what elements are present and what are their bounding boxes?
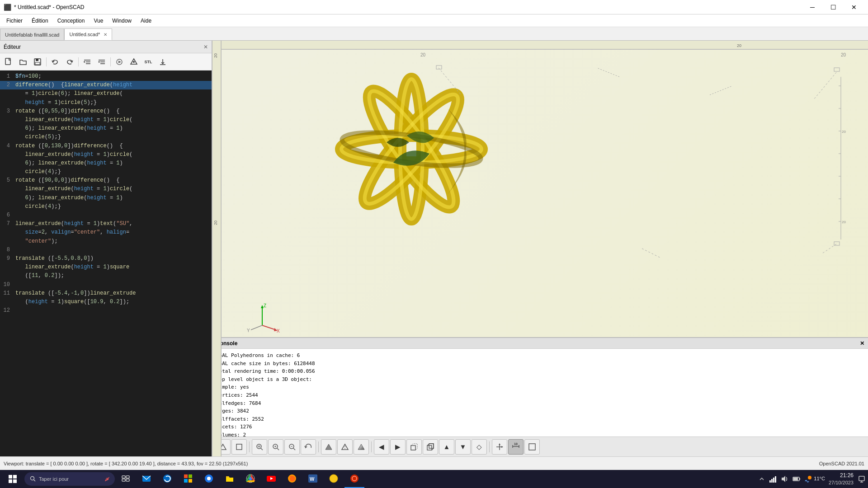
taskbar-youtube[interactable] [261,470,281,488]
vp-front-button[interactable]: ◀ [374,439,389,455]
svg-line-41 [814,72,836,99]
taskbar-word[interactable]: W [303,470,323,488]
taskbar-email[interactable] [137,470,156,488]
menu-aide[interactable]: Aide [136,16,156,26]
axis-indicator: Z X Y [244,298,280,334]
code-line-8: 8 [0,246,212,254]
vp-zoom-all-button[interactable] [252,439,267,455]
code-line-3c: 6); linear_extrude(height = 1) [0,124,212,133]
code-line-7b: size=2, valign="center", halign= [0,228,212,237]
vp-left-button[interactable] [406,439,422,455]
svg-rect-94 [126,476,129,478]
vp-reset-button[interactable] [301,439,316,455]
code-line-6: 6 [0,211,212,220]
menu-edition[interactable]: Édition [27,16,53,26]
up-chevron-icon[interactable] [758,475,765,483]
undo-button[interactable] [48,56,62,68]
svg-point-13 [133,61,135,63]
code-line-5: 5 rotate ([90,0,0])difference() { [0,176,212,185]
svg-line-42 [597,68,619,77]
taskbar-search-label: Taper ici pour [39,476,69,482]
ruler-horizontal: 20 20 [212,41,868,50]
vp-right-button[interactable] [423,439,438,455]
code-line-2: 2 difference() {linear_extrude(height [0,81,212,89]
vp-bottom-button[interactable]: ▼ [455,439,471,455]
vp-top-button[interactable]: ▲ [439,439,454,455]
svg-point-104 [207,477,211,480]
vp-diagonal-button[interactable]: ◇ [472,439,487,455]
svg-rect-93 [122,476,125,478]
maximize-button[interactable]: ☐ [823,0,844,14]
svg-line-45 [823,244,836,253]
indent-less-button[interactable] [80,56,94,68]
svg-rect-102 [189,479,192,483]
new-button[interactable] [2,56,15,68]
export-button[interactable] [156,56,170,68]
svg-point-113 [330,474,338,483]
svg-line-70 [293,448,295,450]
taskbar-store[interactable] [178,470,198,488]
tab-2-close[interactable]: ✕ [104,32,107,37]
vp-wireframe-button[interactable] [337,439,353,455]
console-line-5: Simple: yes [216,383,864,391]
code-editor[interactable]: 1 $fn=100; 2 difference() {linear_extrud… [0,70,212,456]
svg-rect-116 [769,480,771,483]
svg-rect-47 [834,68,840,71]
taskbar-edge[interactable] [157,470,177,488]
vp-zoom-in-button[interactable] [268,439,283,455]
console-line-9: Halffacets: 2552 [216,415,864,423]
taskbar-firefox[interactable] [282,470,302,488]
tab-2[interactable]: Untitled.scad* ✕ [64,28,112,40]
svg-rect-0 [5,58,10,65]
code-line-10: 10 [0,281,212,289]
vp-crosshair-button[interactable] [524,439,540,455]
svg-rect-117 [771,479,773,483]
taskbar-files[interactable] [220,470,240,488]
svg-line-36 [251,325,262,330]
preview-button[interactable] [113,56,126,68]
console-content: CGAL Polyhedrons in cache: 6 CGAL cache … [212,349,868,436]
minimize-button[interactable]: ─ [802,0,823,14]
console-close-icon[interactable]: ✕ [860,340,864,347]
render-button[interactable] [127,56,141,68]
vp-zoom-out-button[interactable] [284,439,300,455]
open-button[interactable] [16,56,30,68]
app-icon: ⬛ [4,4,11,11]
viewport[interactable]: 20 20 20 20 [212,41,868,456]
vp-surfaces-button[interactable] [321,439,336,455]
save-button[interactable] [31,56,44,68]
stl-button[interactable]: STL [142,56,155,68]
menu-window[interactable]: Window [108,16,136,26]
taskbar-yellow-app[interactable] [324,470,344,488]
svg-rect-118 [773,478,774,483]
close-button[interactable]: ✕ [844,0,864,14]
console-line-3: Total rendering time: 0:00:00.056 [216,367,864,375]
svg-line-62 [261,448,263,450]
taskbar-right: 11°C 21:26 27/10/2023 [758,472,866,486]
tab-1[interactable]: Untitlefablab finalllll.scad [0,28,64,40]
start-button[interactable] [2,470,24,488]
menubar: Fichier Édition Conception Vue Window Ai… [0,14,868,27]
window-controls: ─ ☐ ✕ [802,0,864,14]
indent-more-button[interactable] [95,56,108,68]
vp-shaded-button[interactable] [354,439,369,455]
vp-back-button[interactable]: ▶ [390,439,406,455]
vp-scale10-button[interactable]: 10 [508,439,524,455]
menu-conception[interactable]: Conception [53,16,90,26]
menu-fichier[interactable]: Fichier [2,16,27,26]
vp-orthographic-button[interactable] [231,439,247,455]
taskbar-search[interactable]: Taper ici pour 🌶 [24,472,115,486]
menu-vue[interactable]: Vue [89,16,108,26]
taskbar-browser2[interactable] [199,470,219,488]
svg-marker-81 [499,443,500,445]
svg-text:W: W [310,476,315,482]
editor-title: Éditeur [4,44,21,50]
editor-close-icon[interactable]: ✕ [203,44,208,50]
taskbar-taskview[interactable] [116,470,136,488]
taskbar-chrome[interactable] [241,470,260,488]
vp-axes-button[interactable] [492,439,507,455]
notification-icon[interactable] [857,474,866,483]
redo-button[interactable] [63,56,76,68]
taskbar-openscad[interactable] [344,470,364,488]
code-line-1: 1 $fn=100; [0,72,212,81]
